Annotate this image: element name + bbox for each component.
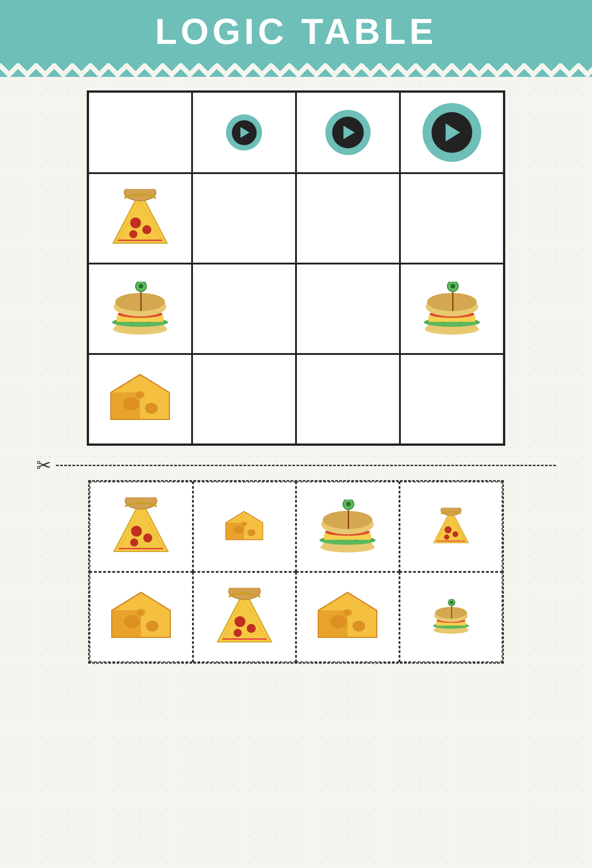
row-pizza-col3 (296, 173, 400, 264)
cheese-image (106, 370, 174, 429)
play-button-small[interactable] (226, 114, 262, 151)
svg-point-6 (129, 230, 137, 238)
answer-sandwich-small (431, 599, 471, 635)
svg-point-74 (148, 623, 157, 630)
answer-cheese-large (107, 588, 175, 646)
svg-point-67 (452, 531, 458, 537)
svg-point-42 (130, 538, 138, 547)
header-cell-3[interactable] (400, 92, 504, 173)
header-cell-0 (88, 92, 192, 173)
row-pizza-col2 (192, 173, 296, 264)
play-button-large[interactable] (423, 103, 481, 162)
svg-point-5 (142, 225, 151, 234)
svg-point-58 (323, 511, 372, 529)
answer-pizza-medium (213, 588, 276, 646)
play-icon-small (240, 127, 249, 138)
answer-sandwich (316, 500, 379, 554)
svg-point-32 (147, 405, 156, 412)
svg-point-41 (143, 533, 152, 542)
svg-point-26 (451, 284, 455, 288)
answer-tile-4[interactable] (399, 481, 503, 572)
svg-point-48 (249, 530, 254, 535)
svg-point-13 (115, 293, 165, 311)
svg-point-23 (427, 293, 477, 311)
answer-tile-6[interactable] (193, 572, 296, 662)
pizza-image (108, 189, 172, 248)
answer-cheese-small (223, 508, 266, 546)
svg-point-82 (235, 616, 245, 627)
row-sandwich-label (88, 264, 192, 354)
svg-point-100 (435, 607, 467, 619)
play-button-large-inner (432, 112, 472, 153)
answer-grid (88, 480, 504, 664)
svg-point-83 (247, 624, 256, 633)
svg-point-61 (346, 502, 351, 506)
answer-pizza (109, 497, 173, 556)
play-button-small-inner (232, 120, 257, 145)
svg-point-90 (354, 623, 363, 630)
zigzag-decoration (0, 63, 592, 77)
svg-point-4 (130, 217, 141, 228)
answer-tile-7[interactable] (296, 572, 399, 662)
header-banner: LOGIC TABLE (0, 0, 592, 63)
svg-point-66 (445, 526, 451, 533)
cut-line: ✂ (18, 455, 574, 476)
svg-marker-51 (226, 523, 244, 540)
play-button-medium[interactable] (325, 110, 371, 155)
svg-point-84 (234, 629, 242, 637)
answer-tile-5[interactable] (89, 572, 193, 662)
svg-point-16 (139, 284, 143, 288)
sandwich-image (108, 282, 172, 336)
svg-marker-77 (112, 610, 141, 637)
header-cell-1[interactable] (192, 92, 296, 173)
answer-tile-3[interactable] (296, 481, 399, 572)
scissors-icon: ✂ (36, 455, 52, 476)
row-cheese-col2 (192, 354, 296, 444)
sandwich-image-col4 (420, 282, 484, 336)
answer-tile-2[interactable] (193, 481, 296, 572)
answer-tile-1[interactable] (89, 481, 193, 572)
row-sandwich-col4 (400, 264, 504, 354)
row-sandwich-col3 (296, 264, 400, 354)
logic-table (87, 90, 505, 446)
header-cell-2[interactable] (296, 92, 400, 173)
row-cheese-col3 (296, 354, 400, 444)
answer-tile-8[interactable] (399, 572, 503, 662)
row-cheese-label (88, 354, 192, 444)
row-sandwich-col2 (192, 264, 296, 354)
main-content: ✂ (0, 77, 592, 677)
play-icon-medium (343, 126, 355, 139)
row-pizza-label (88, 173, 192, 264)
dashed-cut-line (56, 465, 556, 466)
svg-marker-93 (318, 610, 348, 637)
svg-marker-35 (111, 392, 140, 420)
play-button-medium-inner (332, 117, 364, 148)
svg-point-40 (131, 526, 142, 537)
svg-point-68 (444, 534, 449, 540)
row-pizza-col4 (400, 173, 504, 264)
play-icon-large (446, 123, 460, 142)
svg-point-103 (450, 601, 453, 604)
page-title: LOGIC TABLE (155, 11, 437, 52)
row-cheese-col4 (400, 354, 504, 444)
answer-pizza-small (431, 508, 471, 546)
answer-cheese-medium (314, 588, 381, 646)
